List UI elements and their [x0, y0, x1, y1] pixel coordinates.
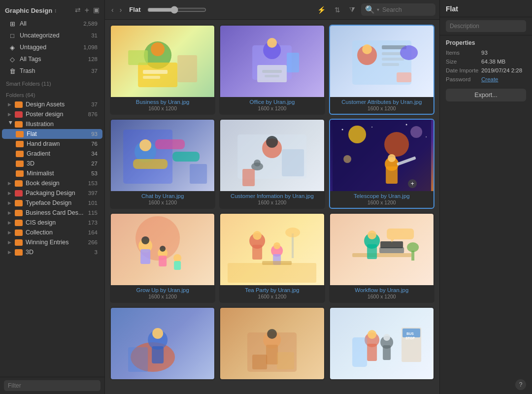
svg-rect-55	[140, 249, 150, 264]
grid-item-1[interactable]: Business by Uran.jpg 1600 x 1200	[110, 25, 215, 115]
grid-item-7[interactable]: Grow Up by Uran.jpg 1600 x 1200	[110, 213, 215, 303]
svg-rect-90	[252, 355, 267, 369]
grid-item-8-title: Tea Party by Uran.jpg	[220, 285, 324, 294]
sidebar-alltags-label: All Tags	[20, 56, 86, 63]
sidebar-item-hand-drawn[interactable]: Hand drawn 76	[2, 139, 102, 149]
svg-point-16	[362, 44, 372, 54]
svg-rect-102	[352, 337, 367, 367]
chevron-icon: ▶	[8, 210, 14, 215]
back-button[interactable]: ‹	[109, 5, 116, 15]
sidebar-item-gradient[interactable]: Gradient 34	[2, 149, 102, 159]
sidebar-item-poster-design[interactable]: ▶ Poster design 876	[2, 109, 102, 119]
sidebar-item-packaging[interactable]: ▶ Packaging Design 397	[2, 188, 102, 198]
search-input[interactable]	[382, 6, 432, 13]
grid-item-9[interactable]: Workflow by Uran.jpg 1600 x 1200	[329, 213, 434, 303]
grid-item-2[interactable]: Office by Uran.jpg 1600 x 1200	[219, 25, 325, 115]
sidebar-item-winning[interactable]: ▶ Winning Entries 266	[2, 237, 102, 247]
chevron-icon: ▶	[8, 220, 14, 225]
sidebar-item-typeface[interactable]: ▶ Typeface Design 101	[2, 198, 102, 208]
sidebar-item-flat[interactable]: Flat 93	[2, 129, 102, 139]
sidebar-untagged-label: Untagged	[20, 44, 81, 51]
grid-thumb-9	[330, 214, 433, 285]
sort-icon-btn[interactable]: ⇅	[332, 4, 343, 15]
sidebar-item-3d-2[interactable]: ▶ 3D 3	[2, 247, 102, 257]
trash-icon: 🗑	[8, 66, 17, 75]
grid-item-5-title: Customer Infomation by Uran.jpg	[220, 191, 324, 199]
detail-properties-label: Properties	[440, 35, 532, 48]
sidebar-add-icon[interactable]: +	[85, 6, 89, 15]
svg-point-38	[348, 126, 366, 143]
svg-point-49	[426, 136, 427, 137]
detail-description-input[interactable]	[446, 20, 526, 32]
sidebar-item-trash[interactable]: 🗑 Trash 37	[2, 65, 102, 77]
sidebar-item-collection[interactable]: ▶ Collection 164	[2, 228, 102, 237]
sidebar-item-untagged[interactable]: ◈ Untagged 1,098	[2, 41, 102, 53]
sidebar-all-count: 2,589	[83, 21, 98, 27]
detail-password-row: Password Create	[440, 75, 532, 84]
password-create-link[interactable]: Create	[481, 76, 499, 82]
grid-item-8[interactable]: Tea Party by Uran.jpg 1600 x 1200	[219, 213, 325, 303]
sidebar-swap-icon[interactable]: ⇄	[75, 6, 81, 15]
svg-point-80	[407, 242, 419, 252]
sidebar-sort-icon[interactable]: ↕	[54, 7, 57, 13]
grid-thumb-7	[111, 214, 214, 285]
sidebar-item-illustration[interactable]: ▶ Illustration	[2, 119, 102, 129]
detail-date-row: Date Importe 2019/07/24 2:28	[440, 66, 532, 75]
svg-rect-18	[382, 52, 401, 55]
sidebar-item-design-assets[interactable]: ▶ Design Assets 37	[2, 99, 102, 109]
sidebar-panel-icon[interactable]: ▣	[93, 6, 100, 15]
gradient-folder-icon	[16, 151, 24, 157]
forward-button[interactable]: ›	[117, 5, 125, 15]
grid-item-5[interactable]: Customer Infomation by Uran.jpg 1600 x 1…	[219, 119, 325, 209]
sidebar-item-book-design[interactable]: ▶ Book design 153	[2, 178, 102, 188]
detail-help-area: ?	[440, 375, 532, 394]
lightning-icon-btn[interactable]: ⚡	[314, 4, 329, 15]
folder-typeface-label: Typeface Design	[26, 199, 86, 206]
grid-item-4[interactable]: Chat by Uran.jpg 1600 x 1200	[110, 119, 215, 209]
size-key: Size	[446, 59, 481, 65]
svg-point-40	[410, 126, 422, 138]
folder-color-illustration	[15, 121, 23, 128]
folder-cis-count: 173	[88, 220, 98, 226]
grid-item-12[interactable]: BUS STOP	[329, 307, 434, 380]
sidebar-trash-count: 37	[91, 68, 98, 74]
grid-item-6[interactable]: + Telescope by Uran.jpg 1600 x 1200	[329, 119, 434, 209]
svg-rect-70	[262, 261, 292, 265]
filter-icon-btn[interactable]: ⧩	[346, 4, 358, 15]
folder-color-cis	[15, 220, 23, 226]
zoom-slider[interactable]	[147, 6, 206, 14]
grid-item-5-dims: 1600 x 1200	[220, 199, 324, 208]
sidebar-item-uncategorized[interactable]: □ Uncategorized 31	[2, 30, 102, 41]
breadcrumb: Flat	[129, 6, 140, 13]
sidebar-filter-input[interactable]	[4, 380, 100, 391]
folder-color-typeface	[15, 200, 23, 206]
grid-item-10[interactable]	[110, 307, 215, 380]
detail-title: Flat	[446, 5, 526, 13]
sidebar-item-3d[interactable]: 3D 27	[2, 159, 102, 168]
detail-size-row: Size 64.38 MB	[440, 57, 532, 66]
svg-point-88	[267, 329, 277, 339]
search-box: 🔍 ▾	[361, 3, 435, 16]
items-val: 93	[481, 50, 526, 56]
export-button[interactable]: Export...	[446, 89, 526, 101]
sidebar-item-alltags[interactable]: ◇ All Tags 128	[2, 53, 102, 65]
grid-item-11[interactable]	[219, 307, 325, 380]
sidebar-item-businesscard[interactable]: ▶ Business Card Des... 115	[2, 208, 102, 218]
svg-text:STOP: STOP	[405, 336, 415, 340]
svg-rect-12	[265, 75, 279, 77]
svg-rect-6	[143, 76, 160, 79]
svg-rect-9	[257, 65, 287, 82]
folder-color-book	[15, 180, 23, 187]
sidebar-item-all[interactable]: ⊞ All 2,589	[2, 18, 102, 30]
svg-rect-76	[380, 241, 403, 248]
sidebar-item-cis[interactable]: ▶ CIS design 173	[2, 218, 102, 228]
help-button[interactable]: ?	[515, 379, 526, 390]
svg-rect-1	[138, 63, 177, 87]
grid-item-3[interactable]: Customer Attributes by Uran.jpg 1600 x 1…	[329, 25, 434, 115]
svg-point-25	[139, 139, 151, 151]
sidebar-item-minimalist[interactable]: Minimalist 53	[2, 168, 102, 178]
folder-collection-count: 164	[88, 230, 98, 235]
search-dropdown-icon[interactable]: ▾	[377, 7, 379, 12]
untagged-icon: ◈	[8, 43, 17, 52]
image-grid: Business by Uran.jpg 1600 x 1200 Office …	[105, 20, 439, 394]
